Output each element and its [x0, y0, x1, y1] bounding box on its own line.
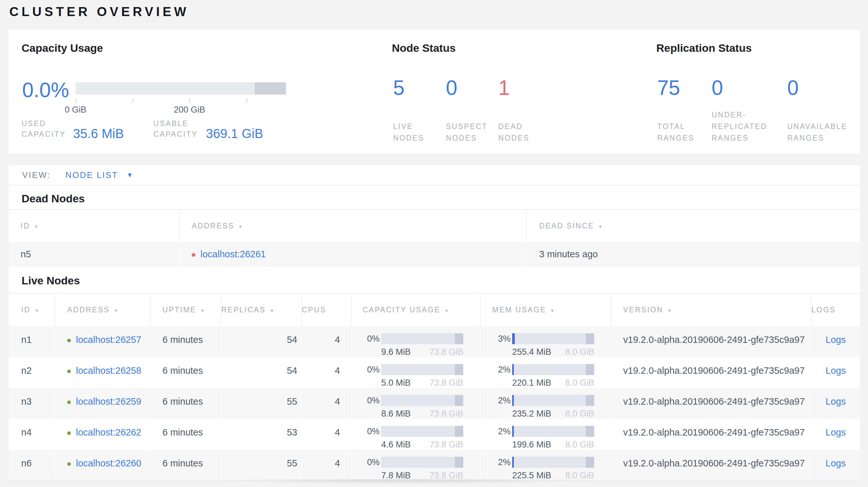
- live-status-dot-icon: [67, 400, 71, 404]
- cpus-cell: 4: [302, 357, 352, 388]
- node-address-cell: localhost:26261: [180, 242, 526, 266]
- dead-nodes-heading: Dead Nodes: [9, 186, 860, 209]
- address-link[interactable]: localhost:26259: [76, 396, 141, 407]
- column-header-uptime[interactable]: UPTIME▼: [150, 293, 221, 326]
- replicas-cell: 53: [221, 419, 302, 450]
- capacity-usage-cell: 0% 4.6 MiB73.8 GiB: [352, 419, 480, 450]
- sort-desc-icon: ▼: [200, 308, 206, 313]
- logs-cell: Logs: [811, 450, 860, 481]
- live-status-dot-icon: [67, 369, 71, 373]
- used-capacity-value: 35.6 MiB: [73, 126, 124, 141]
- mem-meter: [512, 395, 594, 406]
- mem-meter: [512, 426, 594, 437]
- cpus-cell: 4: [302, 450, 352, 481]
- under-replicated-stat: 0 UNDER-REPLICATED RANGES: [712, 76, 789, 144]
- suspect-nodes-label: SUSPECT NODES: [446, 121, 491, 144]
- unavailable-ranges-count: 0: [787, 76, 857, 100]
- live-status-dot-icon: [67, 339, 71, 342]
- address-link[interactable]: localhost:26262: [76, 427, 141, 437]
- node-id-cell: n5: [9, 242, 180, 266]
- sort-desc-icon: ▼: [34, 224, 39, 229]
- unavailable-ranges-stat: 0 UNAVAILABLE RANGES: [787, 76, 857, 144]
- under-replicated-count: 0: [712, 76, 789, 100]
- dropdown-icon[interactable]: ▼: [126, 171, 133, 179]
- node-id-cell: n6: [9, 450, 55, 481]
- sort-desc-icon: ▼: [238, 224, 244, 229]
- column-header-address[interactable]: ADDRESS▼: [180, 209, 526, 242]
- dead-nodes-header-row: ID▼ ADDRESS▼ DEAD SINCE▼: [9, 209, 860, 242]
- page-title: CLUSTER OVERVIEW: [9, 4, 189, 19]
- logs-link[interactable]: Logs: [826, 396, 846, 407]
- sort-desc-icon: ▼: [270, 308, 275, 313]
- logs-link[interactable]: Logs: [826, 458, 846, 468]
- usable-capacity-label: USABLE CAPACITY: [153, 118, 210, 140]
- node-id-cell: n2: [9, 357, 55, 388]
- live-status-dot-icon: [67, 462, 71, 466]
- live-nodes-table: ID▼ ADDRESS▼ UPTIME▼ REPLICAS▼ CPUS CAPA…: [9, 293, 860, 481]
- table-row: n4 localhost:26262 6 minutes 53 4 0% 4.6…: [9, 419, 860, 450]
- suspect-nodes-stat: 0 SUSPECT NODES: [446, 76, 494, 144]
- version-cell: v19.2.0-alpha.20190606-2491-gfe735c9a97: [611, 419, 811, 450]
- column-header-id[interactable]: ID▼: [9, 293, 55, 326]
- logs-link[interactable]: Logs: [826, 427, 846, 437]
- axis-tick: [132, 99, 133, 103]
- axis-label-200: 200 GiB: [174, 105, 205, 115]
- column-header-capacity-usage[interactable]: CAPACITY USAGE▼: [352, 293, 480, 326]
- cpus-cell: 4: [302, 326, 352, 357]
- view-bar: VIEW: NODE LIST ▼: [9, 165, 860, 186]
- sort-desc-icon: ▼: [598, 224, 604, 229]
- replicas-cell: 54: [221, 326, 302, 357]
- uptime-cell: 6 minutes: [150, 450, 221, 481]
- node-address-cell: localhost:26259: [55, 388, 150, 419]
- mem-usage-cell: 2% 235.2 MiB8.0 GiB: [480, 388, 611, 419]
- view-selector[interactable]: NODE LIST: [65, 170, 118, 180]
- axis-tick: [246, 99, 247, 103]
- uptime-cell: 6 minutes: [150, 326, 221, 357]
- column-header-replicas[interactable]: REPLICAS▼: [221, 293, 302, 326]
- dead-status-dot-icon: [192, 253, 195, 257]
- column-header-dead-since[interactable]: DEAD SINCE▼: [526, 209, 860, 242]
- node-id-cell: n3: [9, 388, 55, 419]
- column-header-id[interactable]: ID▼: [9, 209, 180, 242]
- capacity-bar-reserved-segment: [255, 83, 286, 95]
- cpus-cell: 4: [302, 419, 352, 450]
- window-shadow: [180, 479, 627, 487]
- address-link[interactable]: localhost:26258: [76, 365, 141, 376]
- capacity-percent: 0.0%: [22, 78, 69, 102]
- axis-tick: [75, 99, 76, 103]
- logs-link[interactable]: Logs: [826, 365, 846, 376]
- address-link[interactable]: localhost:26257: [76, 334, 141, 345]
- dead-nodes-label: DEAD NODES: [498, 121, 537, 144]
- live-nodes-heading: Live Nodes: [9, 266, 860, 293]
- sort-desc-icon: ▼: [34, 308, 40, 313]
- column-header-version[interactable]: VERSION▼: [611, 293, 811, 326]
- version-cell: v19.2.0-alpha.20190606-2491-gfe735c9a97: [611, 326, 811, 357]
- column-header-cpus[interactable]: CPUS: [302, 293, 352, 326]
- summary-card: Capacity Usage 0.0% 0 GiB 200 GiB USED C…: [9, 30, 860, 154]
- dead-nodes-stat: 1 DEAD NODES: [498, 76, 550, 144]
- table-row: n1 localhost:26257 6 minutes 54 4 0% 9.6…: [9, 326, 860, 357]
- column-header-mem-usage[interactable]: MEM USAGE▼: [480, 293, 611, 326]
- sort-desc-icon: ▼: [114, 308, 119, 313]
- node-list-card: VIEW: NODE LIST ▼ Dead Nodes ID▼ ADDRESS…: [9, 165, 860, 479]
- version-cell: v19.2.0-alpha.20190606-2491-gfe735c9a97: [611, 450, 811, 481]
- replicas-cell: 55: [221, 388, 302, 419]
- node-address-cell: localhost:26258: [55, 357, 150, 388]
- address-link[interactable]: localhost:26260: [76, 458, 141, 468]
- under-replicated-label: UNDER-REPLICATED RANGES: [712, 109, 787, 144]
- dead-nodes-count: 1: [498, 76, 550, 100]
- live-nodes-label: LIVE NODES: [393, 121, 432, 144]
- node-status-title: Node Status: [392, 42, 456, 54]
- node-address-cell: localhost:26257: [55, 326, 150, 357]
- suspect-nodes-count: 0: [446, 76, 494, 100]
- logs-cell: Logs: [811, 326, 860, 357]
- column-header-address[interactable]: ADDRESS▼: [55, 293, 150, 326]
- logs-link[interactable]: Logs: [826, 334, 846, 345]
- live-nodes-stat: 5 LIVE NODES: [393, 76, 441, 144]
- capacity-meter: [381, 364, 463, 375]
- address-link[interactable]: localhost:26261: [200, 249, 266, 259]
- node-id-cell: n1: [9, 326, 55, 357]
- total-ranges-label: TOTAL RANGES: [657, 121, 702, 144]
- table-row: n3 localhost:26259 6 minutes 55 4 0% 8.6…: [9, 388, 860, 419]
- capacity-usage-title: Capacity Usage: [22, 42, 103, 54]
